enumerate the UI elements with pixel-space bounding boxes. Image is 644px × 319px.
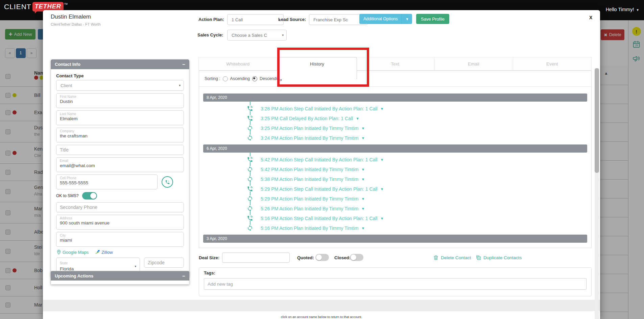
history-entry: 5:38 PM Action Plan Initiated By Timmy T… xyxy=(203,174,587,184)
sorting-controls: Sorting : Ascending Descending xyxy=(199,71,591,87)
chevron-down-icon[interactable]: ▼ xyxy=(356,116,359,121)
field-value: miami xyxy=(60,238,180,243)
tab-event[interactable]: Event xyxy=(513,57,592,71)
select-caret-icon: ▾ xyxy=(179,84,181,87)
chevron-down-icon[interactable]: ▼ xyxy=(361,126,365,130)
google-maps-link[interactable]: Google Maps xyxy=(56,249,89,255)
history-entry-text[interactable]: 5:29 PM Action Step Call Initiated By Ac… xyxy=(261,186,378,192)
upcoming-actions-panel: Upcoming Actions − xyxy=(51,271,189,285)
chevron-down-icon[interactable]: ▼ xyxy=(361,177,365,181)
quoted-toggle[interactable] xyxy=(315,254,329,261)
history-entry-text[interactable]: 3:24 PM Action Plan Initiated By Timmy T… xyxy=(261,135,358,141)
title-field[interactable] xyxy=(56,145,184,155)
cell-phone-field[interactable]: Cell Phone 555-555-5555 xyxy=(56,175,158,189)
address-field[interactable]: Address 900 south miami avenue xyxy=(56,215,184,230)
chevron-down-icon[interactable]: ▼ xyxy=(361,197,365,201)
chevron-down-icon[interactable]: ▼ xyxy=(361,167,365,171)
sales-cycle-select[interactable]: Choose a Sales C ▾ xyxy=(227,30,287,41)
field-value: Elmalem xyxy=(60,116,180,121)
add-tag-input[interactable] xyxy=(204,278,587,290)
save-profile-button[interactable]: Save Profile xyxy=(416,14,449,24)
logo-client-text: CLIENT xyxy=(4,3,31,11)
ok-to-sms-label: OK to SMS? xyxy=(56,193,79,198)
sort-ascending-radio[interactable] xyxy=(223,76,228,81)
chevron-down-icon[interactable]: ▼ xyxy=(361,136,365,140)
delete-contact-link[interactable]: Delete Contact xyxy=(433,255,471,261)
field-label: Email xyxy=(60,159,180,163)
tags-card: Tags: xyxy=(199,267,592,296)
additional-options-label: Additional Options xyxy=(359,14,402,24)
history-entry-text[interactable]: 5:38 PM Action Plan Initiated By Timmy T… xyxy=(261,177,358,182)
field-value: Florida xyxy=(60,266,74,271)
additional-options-caret[interactable]: ▼ xyxy=(402,14,412,24)
history-entry-text[interactable]: 3:28 PM Action Step Call Initiated By Ac… xyxy=(261,106,378,111)
scrollbar-thumb[interactable] xyxy=(595,68,599,173)
history-entry-text[interactable]: 3:25 PM Action Plan Initiated By Timmy T… xyxy=(261,126,358,131)
closed-toggle[interactable] xyxy=(350,254,363,261)
chevron-down-icon[interactable]: ▼ xyxy=(361,207,365,211)
field-label: Cell Phone xyxy=(60,176,154,180)
zipcode-field[interactable] xyxy=(144,258,184,268)
modal-scrollbar[interactable] xyxy=(595,68,599,319)
history-entry: 5:29 PM Action Plan Initiated By Timmy T… xyxy=(203,194,587,204)
sales-cycle-label: Sales Cycle: xyxy=(197,32,223,37)
history-entry-text[interactable]: 5:42 PM Action Step Call Initiated By Ac… xyxy=(261,157,378,162)
call-button[interactable] xyxy=(162,176,173,188)
greeting-text: Hello Timmy! xyxy=(606,7,634,12)
history-entry-text[interactable]: 5:29 PM Action Plan Initiated By Timmy T… xyxy=(261,196,358,202)
contact-info-header[interactable]: Contact Info − xyxy=(51,59,189,69)
chevron-down-icon[interactable]: ▼ xyxy=(380,187,384,191)
ok-to-sms-toggle[interactable] xyxy=(82,192,97,200)
chevron-down-icon[interactable]: ▼ xyxy=(361,226,365,230)
deal-size-input[interactable] xyxy=(222,252,290,263)
date-header: 8 Apr, 2020 xyxy=(203,94,587,102)
delete-contact-label: Delete Contact xyxy=(441,255,471,260)
lead-source-value: Franchise Exp Sc xyxy=(313,17,348,22)
city-field[interactable]: City miami xyxy=(56,232,184,247)
history-entry-text[interactable]: 5:26 PM Action Plan Initiated By Timmy T… xyxy=(261,206,358,211)
history-entry-text[interactable]: 5:16 PM Action Plan Initiated By Timmy T… xyxy=(261,225,358,231)
sort-descending-radio[interactable] xyxy=(252,76,257,81)
field-label: City xyxy=(60,234,180,237)
lead-source-label: Lead Source: xyxy=(278,17,306,22)
chevron-down-icon: ▾ xyxy=(637,8,639,12)
select-caret-icon: ▾ xyxy=(282,33,284,37)
collapse-icon[interactable]: − xyxy=(182,61,185,67)
tab-email[interactable]: Email xyxy=(434,57,513,71)
last-name-field[interactable]: Last Name Elmalem xyxy=(56,110,184,125)
upcoming-actions-header[interactable]: Upcoming Actions − xyxy=(51,271,189,281)
user-menu[interactable]: Hello Timmy! ▾ xyxy=(606,7,639,12)
zillow-link[interactable]: Zillow xyxy=(95,249,113,255)
duplicate-icon xyxy=(476,255,481,261)
secondary-phone-field[interactable] xyxy=(56,202,184,212)
email-field[interactable]: Email email@what.com xyxy=(56,157,184,172)
contact-info-body: Contact Type Client ▾ First Name Dustin … xyxy=(51,69,189,277)
history-entry-text[interactable]: 5:16 PM Action Step Call Initiated By Ac… xyxy=(261,216,378,221)
ascending-label: Ascending xyxy=(230,76,250,81)
chevron-down-icon[interactable]: ▼ xyxy=(380,158,384,162)
duplicate-contacts-link[interactable]: Duplicate Contacts xyxy=(476,255,522,261)
chevron-down-icon[interactable]: ▼ xyxy=(380,216,384,220)
contact-type-select[interactable]: Client ▾ xyxy=(56,80,184,91)
history-entry-text[interactable]: 3:25 PM Call Delayed By Action Plan: 1 C… xyxy=(261,116,353,121)
sales-cycle-value: Choose a Sales C xyxy=(232,33,267,38)
closed-label: Closed: xyxy=(334,255,351,260)
tags-label: Tags: xyxy=(204,270,587,275)
close-button[interactable]: X xyxy=(588,14,594,22)
trash-icon xyxy=(433,255,439,261)
zillow-icon xyxy=(95,249,100,255)
action-plan-select[interactable]: 1 Call ▾ xyxy=(227,14,284,25)
first-name-field[interactable]: First Name Dustin xyxy=(56,93,184,108)
sorting-label: Sorting : xyxy=(205,76,220,81)
contact-info-title: Contact Info xyxy=(55,62,80,67)
field-label: Address xyxy=(60,216,180,220)
company-field[interactable]: Company the craftsman xyxy=(56,128,184,142)
additional-options-button[interactable]: Additional Options ▼ xyxy=(359,14,412,24)
history-entry: 3:25 PM Action Plan Initiated By Timmy T… xyxy=(203,123,587,133)
lead-source-select[interactable]: Franchise Exp Sc ▾ xyxy=(309,14,368,25)
collapse-icon[interactable]: − xyxy=(182,273,185,279)
history-entry-text[interactable]: 5:42 PM Action Plan Initiated By Timmy T… xyxy=(261,167,358,172)
tab-whiteboard[interactable]: Whiteboard xyxy=(198,57,277,71)
account-name-subtitle: ClientTether Dallas - FT Worth xyxy=(51,22,101,26)
chevron-down-icon[interactable]: ▼ xyxy=(380,107,384,111)
